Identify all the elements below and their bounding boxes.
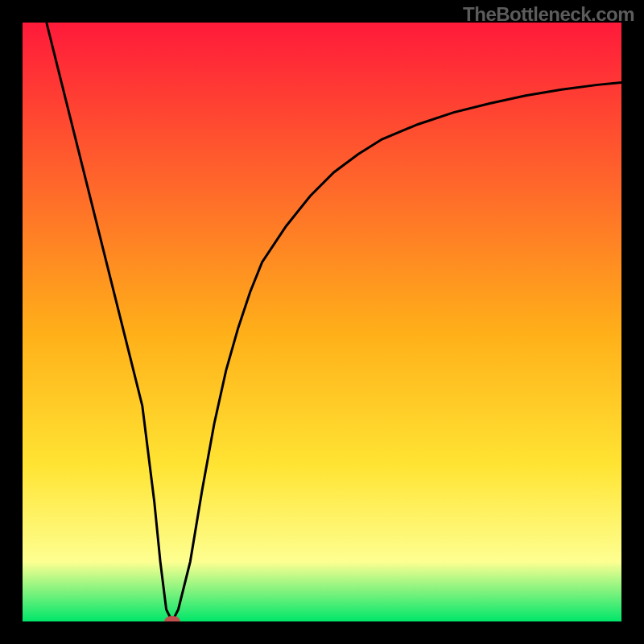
plot-background: [23, 23, 621, 621]
chart-svg: [0, 0, 644, 644]
watermark-text: TheBottleneck.com: [463, 3, 634, 26]
chart-container: TheBottleneck.com: [0, 0, 644, 644]
